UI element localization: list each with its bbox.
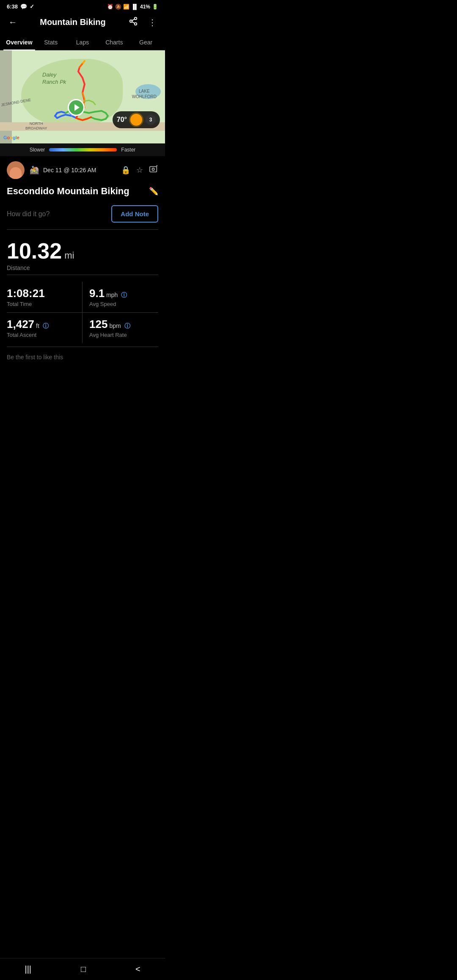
page-title: Mountain Biking (40, 17, 106, 27)
play-route-button[interactable] (68, 99, 85, 116)
activity-meta-row: 🚵 Dec 11 @ 10:26 AM 🔒 ☆ (0, 156, 165, 184)
svg-point-0 (135, 17, 137, 20)
sun-icon (130, 114, 142, 126)
note-placeholder: How did it go? (7, 210, 50, 218)
map-label-north-broadway: NORTHBROADWAY (25, 121, 47, 131)
tab-stats[interactable]: Stats (35, 35, 67, 50)
add-photo-icon[interactable] (149, 165, 158, 176)
star-icon[interactable]: ☆ (136, 165, 143, 175)
battery-icon: 🔋 (152, 4, 158, 10)
meta-actions: 🔒 ☆ (121, 165, 158, 176)
svg-rect-5 (150, 166, 157, 172)
svg-line-3 (132, 22, 135, 23)
signal-icon: ▐▌ (131, 4, 138, 10)
bike-icon: 🚵 (30, 165, 39, 175)
activity-map[interactable]: DaleyRanch Pk LAKEWOHLFORD JESMOND DENE … (0, 50, 165, 143)
stat-distance-section: 10.32 mi Distance (0, 230, 165, 275)
avg-hr-label: Avg Heart Rate (89, 332, 158, 338)
distance-unit: mi (64, 250, 74, 261)
speed-legend: Slower Faster (0, 143, 165, 156)
header-actions: ⋮ (127, 15, 158, 30)
avg-speed-info-icon[interactable]: ⓘ (121, 292, 127, 299)
status-left: 6:38 💬 ✓ (7, 3, 34, 10)
status-bar: 6:38 💬 ✓ ⏰ 🔕 📶 ▐▌ 41% 🔋 (0, 0, 165, 11)
tab-gear[interactable]: Gear (130, 35, 162, 50)
tab-overview[interactable]: Overview (3, 35, 35, 50)
total-ascent-info-icon[interactable]: ⓘ (43, 322, 49, 330)
distance-label: Distance (7, 264, 158, 271)
tabs-bar: Overview Stats Laps Charts Gear (0, 35, 165, 50)
wifi-icon: 📶 (123, 4, 129, 10)
check-icon: ✓ (30, 3, 34, 10)
status-time: 6:38 (7, 3, 18, 10)
distance-value: 10.32 mi (7, 238, 158, 264)
svg-line-4 (132, 19, 135, 21)
meta-info: 🚵 Dec 11 @ 10:26 AM (30, 165, 116, 175)
total-time-value: 1:08:21 (7, 287, 75, 300)
alarm-icon: ⏰ (107, 4, 113, 10)
message-icon: 💬 (20, 3, 27, 10)
svg-point-2 (135, 23, 137, 25)
faster-label: Faster (121, 147, 135, 153)
add-note-button[interactable]: Add Note (111, 205, 158, 223)
google-logo: Google (3, 135, 19, 140)
weather-temp: 70° (117, 116, 127, 124)
lock-icon[interactable]: 🔒 (121, 165, 130, 175)
like-row: Be the first to like this (0, 347, 165, 364)
map-background: DaleyRanch Pk LAKEWOHLFORD JESMOND DENE … (0, 50, 165, 143)
scroll-content: DaleyRanch Pk LAKEWOHLFORD JESMOND DENE … (0, 50, 165, 389)
like-text: Be the first to like this (7, 354, 63, 361)
total-ascent-label: Total Ascent (7, 332, 75, 338)
edit-button[interactable]: ✏️ (149, 187, 158, 196)
stat-total-ascent: 1,427 ft ⓘ Total Ascent (7, 313, 83, 343)
activity-title: Escondido Mountain Biking (7, 186, 129, 197)
share-button[interactable] (127, 15, 140, 30)
uv-index: 3 (146, 115, 156, 125)
stat-avg-speed: 9.1 mph ⓘ Avg Speed (83, 282, 158, 313)
slower-label: Slower (30, 147, 45, 153)
tab-charts[interactable]: Charts (98, 35, 130, 50)
back-button[interactable]: ← (7, 16, 19, 29)
note-row: How did it go? Add Note (0, 202, 165, 229)
mute-icon: 🔕 (115, 4, 121, 10)
menu-button[interactable]: ⋮ (146, 16, 158, 29)
user-avatar (7, 161, 25, 179)
map-label-lake: LAKEWOHLFORD (132, 88, 157, 99)
header: ← Mountain Biking ⋮ (0, 11, 165, 35)
activity-title-row: Escondido Mountain Biking ✏️ (0, 184, 165, 202)
map-label-park: DaleyRanch Pk (42, 72, 66, 86)
stat-avg-heart-rate: 125 bpm ⓘ Avg Heart Rate (83, 313, 158, 343)
svg-point-1 (130, 20, 132, 22)
avg-hr-info-icon[interactable]: ⓘ (124, 322, 130, 330)
weather-badge: 70° 3 (113, 111, 160, 128)
battery-text: 41% (140, 4, 150, 10)
total-time-label: Total Time (7, 301, 75, 307)
stats-grid: 1:08:21 Total Time 9.1 mph ⓘ Avg Speed 1… (0, 275, 165, 347)
activity-date: Dec 11 @ 10:26 AM (43, 167, 96, 173)
avg-speed-label: Avg Speed (89, 301, 158, 307)
stat-total-time: 1:08:21 Total Time (7, 282, 83, 313)
tab-laps[interactable]: Laps (67, 35, 99, 50)
avg-hr-value: 125 bpm ⓘ (89, 318, 158, 331)
svg-point-6 (152, 168, 154, 170)
avg-speed-value: 9.1 mph ⓘ (89, 287, 158, 300)
total-ascent-value: 1,427 ft ⓘ (7, 318, 75, 331)
status-right: ⏰ 🔕 📶 ▐▌ 41% 🔋 (107, 4, 158, 10)
speed-gradient-bar (49, 148, 117, 151)
